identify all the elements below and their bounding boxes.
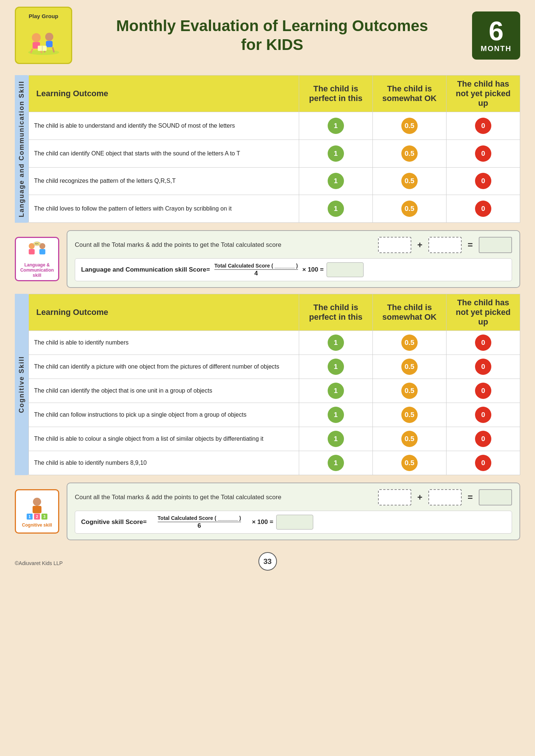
header-title-block: Monthly Evaluation of Learning Outcomes …: [72, 17, 472, 54]
language-score3-3: 0: [446, 195, 520, 223]
language-outcome-0: The child is able to understand and iden…: [29, 112, 299, 140]
cognitive-score3-4: 0: [446, 427, 520, 451]
language-fraction-numerator: Total Calculated Score ( _______ ): [214, 263, 298, 270]
language-total-input[interactable]: [378, 237, 411, 253]
cognitive-orange-score-3: 0.5: [401, 407, 418, 423]
language-orange-score-0: 0.5: [401, 118, 418, 134]
language-red-score-2: 0: [475, 173, 491, 189]
cognitive-skill-icon: 1 2 3: [22, 495, 52, 521]
language-score-row1: Count all the Total marks & add the poin…: [75, 237, 512, 253]
cognitive-table-row: The child is able to colour a single obj…: [29, 427, 520, 451]
language-skill-icon: ABC: [22, 240, 52, 261]
cognitive-score2-2: 0.5: [372, 379, 446, 403]
cognitive-score1-5: 1: [299, 451, 372, 475]
footer: ©Adiuvaret Kids LLP 33: [15, 552, 520, 571]
language-green-score-1: 1: [328, 145, 344, 162]
language-outcome-1: The child can identify ONE object that s…: [29, 140, 299, 167]
language-score1-1: 1: [299, 140, 372, 167]
cognitive-score3-3: 0: [446, 403, 520, 427]
language-table-row: The child can identify ONE object that s…: [29, 140, 520, 167]
cognitive-times-100: × 100 =: [252, 518, 273, 526]
cognitive-red-score-1: 0: [475, 359, 491, 375]
language-outcome-3: The child loves to follow the pattern of…: [29, 195, 299, 223]
cognitive-green-score-4: 1: [328, 431, 344, 447]
svg-rect-12: [29, 249, 35, 254]
cognitive-partial-input[interactable]: [428, 489, 462, 505]
language-score2-0: 0.5: [372, 112, 446, 140]
cognitive-score2-1: 0.5: [372, 355, 446, 379]
cognitive-orange-score-5: 0.5: [401, 455, 418, 471]
language-outcome-2: The child recognizes the pattern of the …: [29, 167, 299, 195]
cognitive-score-row1: Count all the Total marks & add the poin…: [75, 489, 512, 505]
cognitive-red-score-4: 0: [475, 431, 491, 447]
cognitive-score-formula: Cognitive skill Score= Total Calculated …: [75, 511, 512, 534]
svg-rect-14: [39, 249, 45, 254]
language-score1-3: 1: [299, 195, 372, 223]
cognitive-table: Learning Outcome The child is perfect in…: [29, 294, 520, 475]
language-times-100: × 100 =: [302, 266, 324, 273]
cognitive-section: Cognitive Skill Learning Outcome The chi…: [15, 294, 520, 475]
col3-header: The child has not yet picked up: [446, 75, 520, 112]
cognitive-outcome-1: The child can identify a picture with on…: [29, 355, 299, 379]
cognitive-table-row: The child can follow instructions to pic…: [29, 403, 520, 427]
language-green-score-0: 1: [328, 118, 344, 134]
cognitive-score3-2: 0: [446, 379, 520, 403]
language-red-score-3: 0: [475, 201, 491, 217]
svg-text:3: 3: [43, 515, 46, 519]
cognitive-calc-text: Count all the Total marks & add the poin…: [75, 494, 372, 501]
cognitive-orange-score-2: 0.5: [401, 383, 418, 399]
cognitive-score2-3: 0.5: [372, 403, 446, 427]
language-score2-1: 0.5: [372, 140, 446, 167]
cognitive-equals-sign: =: [468, 492, 473, 503]
language-calc-text: Count all the Total marks & add the poin…: [75, 241, 372, 249]
cognitive-score1-3: 1: [299, 403, 372, 427]
language-score-formula: Language and Communication skill Score= …: [75, 258, 512, 281]
language-fraction: Total Calculated Score ( _______ ) 4: [214, 263, 298, 277]
school-logo: Play Group: [15, 7, 72, 64]
language-score3-2: 0: [446, 167, 520, 195]
cognitive-red-score-5: 0: [475, 455, 491, 471]
cognitive-green-score-0: 1: [328, 335, 344, 351]
cognitive-final-result[interactable]: [276, 515, 313, 530]
cognitive-table-row: The child is able to identify numbers 8,…: [29, 451, 520, 475]
cognitive-result-box[interactable]: [479, 489, 512, 505]
language-score-label: Language and Communication skill Score=: [81, 266, 210, 273]
language-partial-input[interactable]: [428, 237, 462, 253]
col1-header: The child is perfect in this: [299, 75, 372, 112]
language-result-box[interactable]: [479, 237, 512, 253]
cognitive-score-section: 1 2 3 Cognitive skill Count all the Tota…: [15, 483, 520, 540]
cognitive-vertical-label: Cognitive Skill: [15, 294, 29, 475]
language-score1-0: 1: [299, 112, 372, 140]
svg-text:1: 1: [29, 515, 31, 519]
svg-text:ABC: ABC: [34, 242, 40, 245]
cognitive-green-score-2: 1: [328, 383, 344, 399]
cognitive-total-input[interactable]: [378, 489, 411, 505]
language-fraction-denominator: 4: [254, 270, 258, 277]
svg-rect-18: [33, 506, 41, 513]
language-orange-score-1: 0.5: [401, 145, 418, 162]
svg-point-1: [32, 33, 41, 42]
cognitive-green-score-3: 1: [328, 407, 344, 423]
cognitive-score3-5: 0: [446, 451, 520, 475]
cognitive-red-score-0: 0: [475, 335, 491, 351]
cognitive-score1-2: 1: [299, 379, 372, 403]
language-score-calc-content: Count all the Total marks & add the poin…: [67, 230, 520, 288]
cognitive-score3-1: 0: [446, 355, 520, 379]
cognitive-score-label: Cognitive skill Score=: [81, 518, 147, 526]
svg-point-17: [33, 498, 41, 506]
month-label: MONTH: [481, 44, 511, 53]
language-table-row: The child recognizes the pattern of the …: [29, 167, 520, 195]
cognitive-table-row: The child can identify a picture with on…: [29, 355, 520, 379]
cognitive-fraction-denominator: 6: [198, 522, 201, 530]
language-skill-icon-box: ABC Language & Communication skill: [15, 237, 59, 281]
cognitive-fraction: Total Calculated Score ( _______ ) 6: [158, 515, 241, 530]
language-score2-2: 0.5: [372, 167, 446, 195]
outcome-col-header: Learning Outcome: [29, 75, 299, 112]
cognitive-red-score-2: 0: [475, 383, 491, 399]
cog-col3-header: The child has not yet picked up: [446, 294, 520, 331]
cognitive-skill-icon-box: 1 2 3 Cognitive skill: [15, 489, 59, 534]
copyright-text: ©Adiuvaret Kids LLP: [15, 560, 258, 566]
language-final-result[interactable]: [327, 262, 364, 277]
page-header: Play Group Monthly Evaluation of Learnin…: [15, 7, 520, 64]
cognitive-outcome-3: The child can follow instructions to pic…: [29, 403, 299, 427]
